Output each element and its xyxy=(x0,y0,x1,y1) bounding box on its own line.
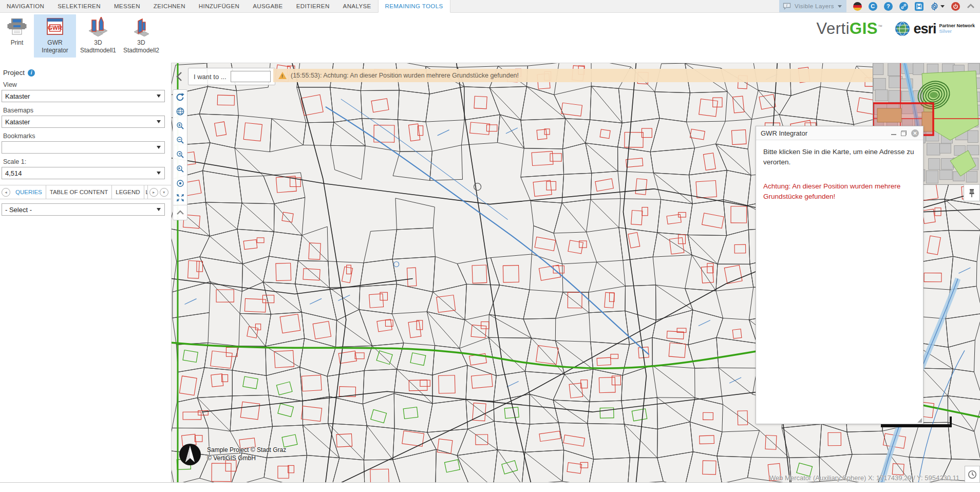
full-extent-icon[interactable] xyxy=(173,191,187,205)
menu-item-navigation[interactable]: NAVIGATION xyxy=(0,0,51,12)
tab-legend[interactable]: LEGEND xyxy=(112,185,144,199)
map-tools-toolbar xyxy=(173,89,187,220)
basemaps-label: Basemaps xyxy=(3,107,171,114)
menu-item-selektieren[interactable]: SELEKTIEREN xyxy=(51,0,107,12)
minimize-icon[interactable] xyxy=(891,134,896,135)
stadtmodell2-button[interactable]: 3D Stadtmodell2 xyxy=(120,14,162,58)
warning-triangle-icon: ! xyxy=(278,72,287,79)
scale-select-value: 4,514 xyxy=(5,169,22,177)
restore-window-icon[interactable] xyxy=(901,130,907,136)
menu-item-hinzufuegen[interactable]: HINZUFÜGEN xyxy=(192,0,246,12)
menu-item-zeichnen[interactable]: ZEICHNEN xyxy=(147,0,192,12)
tab-clipped[interactable]: L xyxy=(144,185,148,199)
visible-layers-toggle[interactable]: i Visible Layers xyxy=(779,0,846,12)
esri-partner-logo: esri Partner Network Silver xyxy=(895,21,975,37)
tabs-scroll-right-button[interactable]: ► xyxy=(149,188,158,197)
previous-extent-icon[interactable] xyxy=(173,147,187,162)
project-label: Project xyxy=(3,69,25,77)
collapse-up-chevron-icon[interactable] xyxy=(173,205,187,220)
query-select-value: - Select - xyxy=(5,206,32,214)
gwr-button-label-line1: GWR xyxy=(47,39,62,46)
menu-item-editieren[interactable]: EDITIEREN xyxy=(290,0,336,12)
close-icon[interactable]: ✕ xyxy=(911,129,919,137)
print-button[interactable]: Print xyxy=(1,14,33,50)
tab-queries[interactable]: QUERIES xyxy=(12,185,46,199)
print-icon xyxy=(2,16,32,37)
visible-layers-label: Visible Layers xyxy=(795,3,834,9)
basemaps-select-value: Kataster xyxy=(5,118,30,126)
next-extent-icon[interactable] xyxy=(173,162,187,176)
notification-banner[interactable]: ! (15:55:53): Achtung: An dieser Positio… xyxy=(273,69,873,82)
scale-select[interactable]: 4,514 xyxy=(2,167,165,179)
stadtmodell2-label-line2: Stadtmodell2 xyxy=(123,47,159,54)
collapse-toolbar-chevron-icon[interactable] xyxy=(967,3,975,9)
settings-caret-icon xyxy=(940,5,945,8)
visible-layers-caret-icon xyxy=(838,5,842,8)
print-button-label: Print xyxy=(11,39,24,46)
sidebar-tabstrip: ◄ QUERIES TABLE OF CONTENT LEGEND L ► ▼ xyxy=(0,185,171,199)
basemaps-select[interactable]: Kataster xyxy=(2,116,165,128)
map-area[interactable]: I want to ... ! (15:55:53): Achtung: An … xyxy=(171,63,980,483)
dropdown-caret-icon xyxy=(157,172,161,175)
sign-out-power-icon[interactable] xyxy=(951,2,960,11)
gwr-button-label-line2: Integrator xyxy=(42,47,68,54)
collapse-sidebar-icon[interactable] xyxy=(174,70,184,83)
view-select-value: Kataster xyxy=(5,92,30,100)
map-attribution: Sample Project © Stadt Graz © VertiGIS G… xyxy=(178,443,286,466)
i-want-to-menu[interactable]: I want to ... xyxy=(188,68,275,85)
gwr-panel-title: GWR Integrator xyxy=(761,129,807,137)
view-select[interactable]: Kataster xyxy=(2,90,165,102)
help-icon[interactable]: ? xyxy=(884,2,893,11)
menu-item-remaining-tools[interactable]: REMAINING TOOLS xyxy=(378,0,450,13)
query-select[interactable]: - Select - xyxy=(2,203,165,216)
view-label: View xyxy=(3,81,171,88)
i-want-to-input[interactable] xyxy=(231,71,271,82)
history-clock-button[interactable] xyxy=(965,466,980,483)
globe-initial-extent-icon[interactable] xyxy=(173,104,187,119)
panel-resize-handle[interactable] xyxy=(917,418,922,423)
current-location-icon[interactable] xyxy=(173,176,187,191)
gwr-integrator-button[interactable]: GWR GWR Integrator xyxy=(34,14,76,58)
pushpin-icon xyxy=(968,188,976,198)
menu-item-ausgabe[interactable]: AUSGABE xyxy=(246,0,289,12)
menubar: NAVIGATION SELEKTIEREN MESSEN ZEICHNEN H… xyxy=(0,0,980,13)
refresh-icon[interactable] xyxy=(173,90,187,104)
menubar-right-cluster: i Visible Layers C ? xyxy=(779,0,980,12)
coordinate-status-text: Web Mercator (Auxiliary Sphere) X: 17174… xyxy=(769,474,959,482)
brand-logos: VertiGIS™ esri Partner Network Silver xyxy=(816,12,980,38)
tabs-overflow-button[interactable]: ▼ xyxy=(160,188,168,197)
speech-bubble-info-icon: i xyxy=(783,3,791,10)
i-want-to-label: I want to ... xyxy=(189,73,227,81)
share-link-icon[interactable] xyxy=(899,2,908,11)
stadtmodell2-label-line1: 3D xyxy=(137,39,145,46)
dropdown-caret-icon xyxy=(157,120,161,123)
save-icon[interactable] xyxy=(915,2,924,11)
application-window: NAVIGATION SELEKTIEREN MESSEN ZEICHNEN H… xyxy=(0,0,980,492)
bookmarks-label: Bookmarks xyxy=(3,133,171,140)
language-german-flag-icon[interactable] xyxy=(853,2,862,11)
compass-north-arrow-icon[interactable] xyxy=(178,443,202,466)
overview-pin-button[interactable] xyxy=(964,184,980,201)
settings-gear-menu[interactable] xyxy=(930,2,945,11)
esri-wordmark: esri xyxy=(913,21,936,37)
zoom-out-icon[interactable] xyxy=(173,133,187,147)
bottom-strip xyxy=(0,482,980,492)
project-info-icon[interactable]: i xyxy=(28,69,35,77)
bookmarks-select[interactable] xyxy=(2,141,165,154)
toolbar: Print GWR GWR Integrator 3D Stadtmodell1 xyxy=(0,12,980,63)
clock-icon xyxy=(968,470,977,479)
zoom-in-icon[interactable] xyxy=(173,119,187,133)
gwr-panel-titlebar[interactable]: GWR Integrator ✕ xyxy=(756,126,923,140)
tab-table-of-content[interactable]: TABLE OF CONTENT xyxy=(46,185,112,199)
tabs-scroll-left-button[interactable]: ◄ xyxy=(2,188,10,197)
vertigis-logo: VertiGIS™ xyxy=(816,20,882,38)
stadtmodell1-label-line1: 3D xyxy=(94,39,102,46)
dropdown-caret-icon xyxy=(157,208,161,211)
copyright-c-icon[interactable]: C xyxy=(869,2,877,11)
stadtmodell1-button[interactable]: 3D Stadtmodell1 xyxy=(77,14,119,58)
menu-item-messen[interactable]: MESSEN xyxy=(107,0,147,12)
gwr-panel-message: Bitte klicken Sie in die Karte, um eine … xyxy=(763,147,916,167)
esri-globe-icon xyxy=(895,21,910,36)
stadtmodell1-icon xyxy=(78,16,118,37)
menu-item-analyse[interactable]: ANALYSE xyxy=(336,0,378,12)
